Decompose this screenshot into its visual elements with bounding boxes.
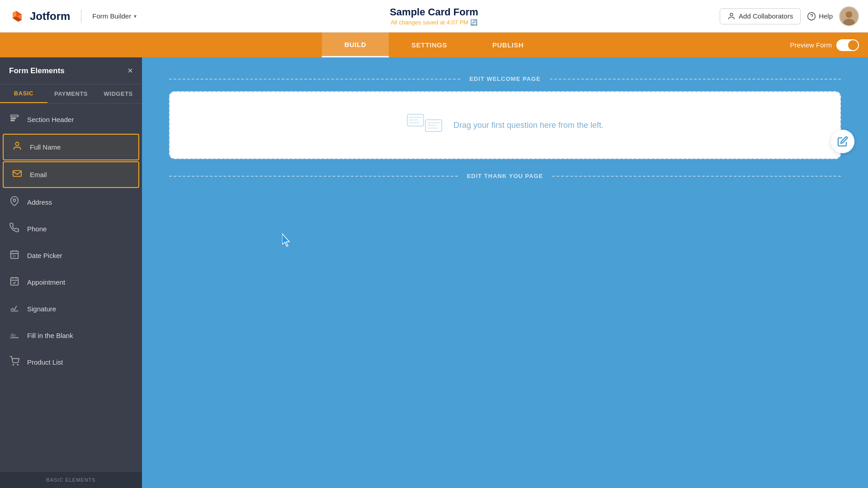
sidebar-item-fill-blank[interactable]: Ab Fill in the Blank — [0, 322, 142, 349]
sidebar-close-button[interactable]: × — [127, 66, 133, 76]
sidebar-item-phone[interactable]: Phone — [0, 216, 142, 242]
sidebar-item-signature[interactable]: Signature — [0, 296, 142, 322]
form-builder-dropdown[interactable]: Form Builder ▾ — [92, 12, 137, 20]
sidebar-header: Form Elements × — [0, 57, 142, 84]
edit-thank-you-label: EDIT THANK YOU PAGE — [458, 173, 552, 179]
tab-publish[interactable]: PUBLISH — [470, 33, 546, 57]
svg-rect-18 — [11, 278, 19, 286]
cursor-indicator — [282, 234, 295, 250]
floating-pencil-button[interactable] — [831, 130, 854, 153]
nav-bar: BUILD SETTINGS PUBLISH Preview Form — [0, 33, 868, 57]
dashed-line-ty-left — [169, 176, 458, 177]
tab-build[interactable]: BUILD — [322, 33, 389, 57]
help-button[interactable]: Help — [807, 12, 833, 21]
edit-thank-you-label-row: EDIT THANK YOU PAGE — [169, 173, 841, 179]
svg-point-26 — [17, 364, 18, 365]
svg-text:10: 10 — [12, 254, 16, 258]
signature-icon — [9, 303, 20, 315]
header-right: Add Collaborators Help — [720, 6, 859, 26]
phone-icon — [9, 223, 20, 235]
help-icon — [807, 12, 816, 21]
content-area: EDIT WELCOME PAGE Drag your first questi… — [142, 57, 868, 488]
section-header-icon — [9, 113, 20, 126]
sidebar-item-address-label: Address — [27, 198, 52, 206]
edit-thank-you-section: EDIT THANK YOU PAGE — [169, 173, 841, 179]
sidebar-footer-label: BASIC ELEMENTS — [46, 477, 95, 483]
edit-welcome-section: EDIT WELCOME PAGE — [169, 75, 841, 82]
svg-rect-29 — [409, 119, 418, 121]
svg-point-12 — [13, 199, 16, 202]
nav-tabs: BUILD SETTINGS PUBLISH — [322, 33, 547, 57]
sidebar: Form Elements × BASIC PAYMENTS WIDGETS — [0, 57, 142, 488]
dashed-line-ty-right — [552, 176, 841, 177]
svg-point-10 — [15, 142, 19, 145]
sidebar-item-fill-blank-label: Fill in the Blank — [27, 332, 73, 339]
sidebar-item-appointment[interactable]: Appointment — [0, 269, 142, 296]
svg-marker-35 — [282, 234, 289, 246]
full-name-icon — [12, 141, 23, 153]
sidebar-item-phone-label: Phone — [27, 225, 47, 233]
sidebar-item-appointment-label: Appointment — [27, 278, 65, 286]
svg-rect-32 — [427, 122, 440, 123]
sidebar-item-full-name-label: Full Name — [30, 143, 61, 151]
sidebar-item-signature-label: Signature — [27, 305, 56, 313]
tab-widgets[interactable]: WIDGETS — [94, 84, 142, 103]
svg-rect-33 — [427, 125, 436, 126]
sidebar-item-section-header[interactable]: Section Header — [0, 106, 142, 133]
sidebar-tabs: BASIC PAYMENTS WIDGETS — [0, 84, 142, 103]
svg-rect-11 — [13, 171, 21, 177]
sidebar-title: Form Elements — [9, 66, 65, 75]
sidebar-items: Section Header Full Name — [0, 103, 142, 471]
logo-text: Jotform — [30, 10, 70, 23]
sidebar-item-date-picker[interactable]: 10 Date Picker — [0, 242, 142, 269]
email-icon — [12, 169, 23, 181]
header-divider — [81, 9, 81, 23]
svg-rect-9 — [11, 120, 14, 121]
preview-form-area: Preview Form — [790, 39, 859, 51]
form-title: Sample Card Form — [390, 6, 478, 18]
sidebar-item-date-picker-label: Date Picker — [27, 252, 62, 259]
avatar[interactable] — [839, 6, 859, 26]
chevron-down-icon: ▾ — [134, 13, 137, 19]
edit-welcome-label: EDIT WELCOME PAGE — [460, 75, 550, 82]
dashed-line-right — [550, 79, 841, 80]
svg-rect-8 — [11, 118, 16, 119]
sidebar-item-section-header-label: Section Header — [27, 116, 74, 123]
preview-form-toggle[interactable] — [836, 39, 859, 51]
tab-payments[interactable]: PAYMENTS — [47, 84, 95, 103]
dashed-line-left — [169, 79, 460, 80]
sidebar-item-email[interactable]: Email — [3, 161, 139, 188]
fill-blank-icon: Ab — [9, 329, 20, 342]
drop-zone[interactable]: Drag your first question here from the l… — [169, 91, 841, 159]
preview-form-label: Preview Form — [790, 41, 832, 49]
sidebar-footer: BASIC ELEMENTS — [0, 471, 142, 488]
sidebar-item-product-list-label: Product List — [27, 358, 63, 366]
svg-text:Ab: Ab — [10, 333, 15, 338]
logo-area: Jotform Form Builder ▾ — [9, 8, 137, 24]
pencil-icon — [837, 136, 848, 147]
address-icon — [9, 196, 20, 208]
drop-zone-icon — [406, 111, 443, 140]
svg-rect-7 — [11, 115, 19, 117]
svg-point-1 — [730, 13, 733, 16]
add-collaborators-label: Add Collaborators — [739, 12, 793, 20]
sidebar-item-product-list[interactable]: Product List — [0, 349, 142, 375]
add-collaborators-button[interactable]: Add Collaborators — [720, 8, 801, 24]
form-builder-label: Form Builder — [92, 12, 131, 20]
sidebar-item-email-label: Email — [30, 171, 47, 178]
drop-zone-text: Drag your first question here from the l… — [453, 121, 604, 130]
sidebar-item-address[interactable]: Address — [0, 189, 142, 216]
appointment-icon — [9, 276, 20, 288]
tab-basic[interactable]: BASIC — [0, 84, 47, 103]
svg-rect-34 — [427, 127, 438, 129]
sidebar-item-full-name[interactable]: Full Name — [3, 134, 139, 160]
svg-point-5 — [846, 11, 853, 18]
tab-settings[interactable]: SETTINGS — [389, 33, 470, 57]
jotform-logo-icon — [9, 8, 25, 24]
product-list-icon — [9, 356, 20, 368]
person-icon — [727, 12, 736, 20]
svg-point-25 — [13, 364, 14, 365]
help-label: Help — [819, 12, 833, 20]
date-picker-icon: 10 — [9, 249, 20, 262]
center-title: Sample Card Form All changes saved at 4:… — [390, 6, 478, 26]
